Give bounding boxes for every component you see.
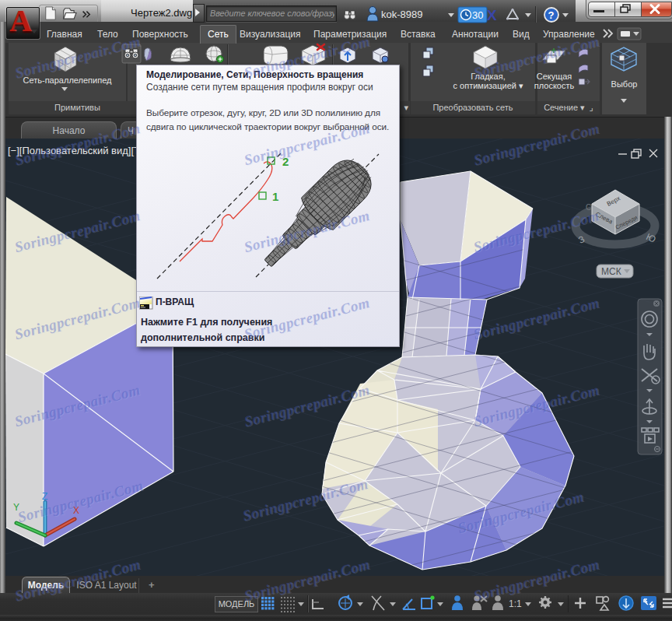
svg-text:30: 30	[472, 9, 483, 21]
svg-text:X: X	[487, 7, 497, 23]
svg-text:?: ?	[548, 9, 555, 21]
svg-text:МСК: МСК	[601, 266, 621, 277]
svg-text:Z: Z	[42, 491, 47, 502]
svg-text:1: 1	[272, 190, 278, 203]
svg-text:kok-8989: kok-8989	[381, 9, 422, 20]
svg-text:1:1: 1:1	[509, 598, 522, 609]
